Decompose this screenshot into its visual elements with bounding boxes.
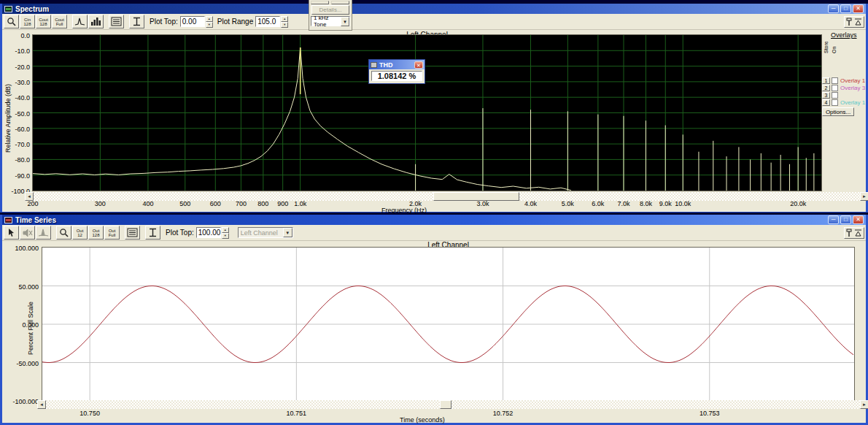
time-h-scrollbar[interactable]: ◄ ► [37, 400, 868, 409]
desktop: Spectrum ─ □ ✕ Cin128Cout128CoutFull [0, 0, 868, 425]
thd-titlebar[interactable]: THD ✕ [369, 60, 425, 69]
maximize-button[interactable]: □ [840, 215, 851, 224]
pointer-tool-button[interactable] [4, 226, 19, 240]
marker-tool-button[interactable] [145, 226, 160, 240]
bar-display-button[interactable] [88, 15, 104, 28]
plot-top-label: Plot Top: [150, 18, 178, 26]
thd-close-button[interactable]: ✕ [414, 61, 423, 69]
overlay-label: Overlay 1 [840, 99, 865, 106]
x-tick-label: 1.0k [294, 200, 306, 207]
plot-top-label: Plot Top: [166, 229, 194, 237]
spectrum-titlebar[interactable]: Spectrum ─ □ ✕ [2, 4, 866, 14]
x-tick-label: 10.753 [700, 410, 720, 417]
channel-combo[interactable]: Left Channel ▼ [238, 227, 293, 238]
overlay-on-checkbox-3[interactable] [832, 92, 838, 99]
x-tick-label: 3.0k [476, 200, 489, 207]
overlay-on-checkbox-2[interactable] [832, 85, 838, 91]
overlay-store-button-3[interactable]: 3 [822, 92, 830, 99]
spectrum-x-axis-label: Frequency (Hz) [381, 207, 427, 214]
overlay-store-button-4[interactable]: 4 [822, 99, 830, 106]
scroll-left-button[interactable]: ◄ [37, 400, 46, 409]
overlays-on-header: On [832, 47, 837, 53]
display-options-button[interactable] [125, 226, 140, 240]
close-button[interactable]: ✕ [853, 215, 864, 224]
overlay-row-3: 3 [822, 91, 840, 99]
time-series-client: Left Channel Percent Full Scale 100.0005… [2, 241, 866, 423]
overlay-label: Overlay 1 [840, 77, 865, 84]
spectrum-cout-128-button[interactable]: Cout128 [36, 15, 51, 28]
spectrum-window: Spectrum ─ □ ✕ Cin128Cout128CoutFull [0, 4, 868, 212]
overlays-options-button[interactable]: Options... [822, 107, 854, 116]
scroll-right-button[interactable]: ► [860, 400, 868, 409]
x-tick-label: 7.0k [617, 200, 629, 207]
time-x-axis-label: Time (seconds) [400, 416, 445, 424]
overlays-heading: Overlays [831, 31, 857, 39]
chevron-down-icon[interactable]: ▼ [341, 17, 349, 26]
plot-top-spinner[interactable]: ▲▼ [222, 227, 229, 238]
peak-display-button[interactable] [72, 15, 88, 28]
x-tick-label: 600 [210, 200, 221, 207]
time-series-window: Time Series ─ □ ✕ Out12Out128OutFull [0, 215, 868, 425]
y-tick-label: -50.0 [2, 110, 30, 118]
spectrum-cout-full-button[interactable]: CoutFull [52, 15, 67, 28]
mini-button-label: Out128 [89, 229, 103, 237]
spectrum-window-icon [4, 6, 12, 12]
x-tick-label: 5.0k [562, 200, 574, 207]
y-tick-label: -10.0 [2, 47, 30, 55]
generator-panel: Details... 1 kHz Tone ▼ [309, 0, 352, 31]
zoom-tool-button[interactable] [4, 15, 19, 28]
thd-popup: THD ✕ 1.08142 % [368, 59, 425, 84]
generator-signal-combo[interactable]: 1 kHz Tone ▼ [311, 16, 350, 26]
channel-combo-value: Left Channel [241, 229, 278, 237]
generator-cropped-button[interactable] [331, 1, 349, 4]
y-tick-label: -20.0 [2, 64, 30, 71]
zoom-tool-button[interactable] [56, 226, 71, 240]
time-out-12-button[interactable]: Out12 [72, 226, 88, 240]
display-options-button[interactable] [109, 15, 124, 28]
annotation-tools-button[interactable] [844, 227, 864, 239]
plot-top-spinner[interactable]: ▲▼ [206, 16, 213, 27]
marker-tool-button[interactable] [129, 15, 144, 28]
mini-button-label: Cout128 [36, 18, 50, 26]
scroll-right-button[interactable]: ► [860, 192, 868, 201]
close-button[interactable]: ✕ [853, 4, 864, 13]
y-tick-label: -40.0 [2, 94, 30, 102]
plot-range-input[interactable]: 105.0 [255, 16, 280, 27]
x-tick-label: 10.0k [675, 200, 691, 207]
overlay-on-checkbox-4[interactable] [832, 99, 838, 106]
overlay-store-button-1[interactable]: 1 [822, 77, 830, 84]
thd-window-icon [371, 62, 377, 68]
thd-title: THD [379, 61, 393, 69]
plot-range-spinner[interactable]: ▲▼ [281, 16, 288, 27]
time-series-window-title: Time Series [15, 216, 56, 224]
mini-button-label: CoutFull [53, 18, 66, 26]
time-out-128-button[interactable]: Out128 [88, 226, 104, 240]
plot-top-input[interactable]: 100.00 [196, 227, 221, 238]
minimize-button[interactable]: ─ [828, 215, 839, 224]
x-tick-label: 6.0k [592, 200, 604, 207]
x-tick-label: 900 [277, 200, 288, 207]
spectrum-cin-128-button[interactable]: Cin128 [20, 15, 35, 28]
x-tick-label: 4.0k [524, 200, 537, 207]
overlay-label: Overlay 3 [840, 85, 865, 91]
peak-hold-button[interactable] [36, 226, 51, 240]
overlays-store-header: Store [824, 41, 829, 53]
generator-details-button[interactable]: Details... [311, 5, 349, 15]
plot-top-input[interactable]: 0.00 [180, 16, 205, 27]
scroll-thumb[interactable] [440, 400, 452, 409]
maximize-button[interactable]: □ [840, 4, 851, 13]
minimize-button[interactable]: ─ [828, 4, 839, 13]
mini-button-label: Out12 [73, 229, 87, 237]
generator-cropped-button[interactable] [311, 1, 329, 4]
y-tick-label: -90.0 [2, 172, 30, 180]
time-series-titlebar[interactable]: Time Series ─ □ ✕ [2, 215, 866, 225]
y-tick-label: 50.000 [7, 283, 39, 291]
time-out-full-button[interactable]: OutFull [104, 226, 120, 240]
mute-button[interactable] [20, 226, 35, 240]
spectrum-window-title: Spectrum [15, 5, 49, 13]
overlay-store-button-2[interactable]: 2 [822, 85, 830, 91]
x-tick-label: 500 [179, 200, 190, 207]
time-plot-canvas [42, 248, 854, 401]
overlay-on-checkbox-1[interactable] [832, 77, 838, 84]
annotation-tools-button[interactable] [844, 16, 864, 28]
